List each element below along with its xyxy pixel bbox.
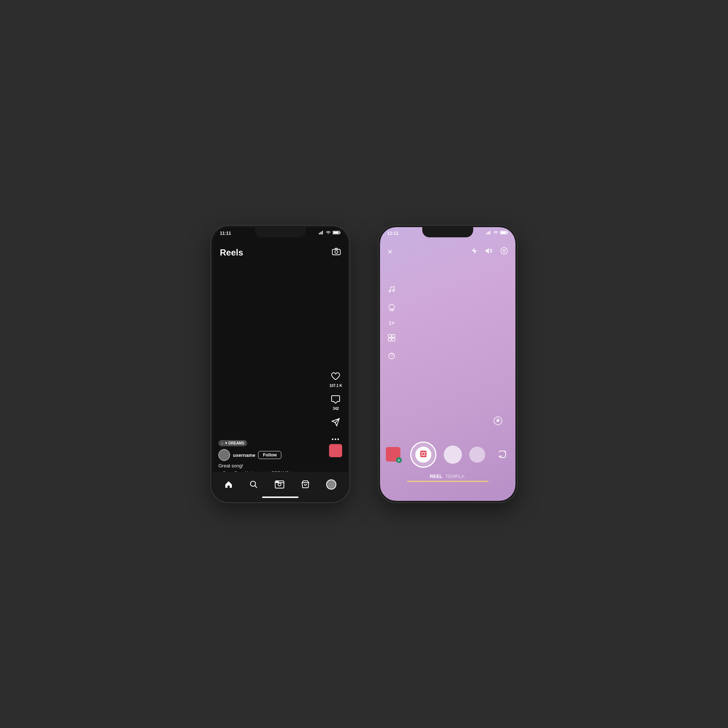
capture-circle-1[interactable]: [444, 445, 462, 464]
follow-button[interactable]: Follow: [258, 451, 281, 459]
share-action[interactable]: [331, 418, 340, 429]
svg-point-11: [278, 483, 281, 486]
status-icons-2: [486, 231, 508, 234]
notch-2: [422, 227, 473, 237]
speed-label: 1×: [389, 320, 395, 326]
music-tag: ♪ ✦ DREAMS: [219, 440, 247, 446]
countdown-tool[interactable]: [387, 352, 396, 361]
svg-rect-17: [488, 231, 489, 234]
share-icon: [331, 418, 340, 429]
nav-profile[interactable]: [326, 479, 336, 489]
battery-icon-2: [500, 231, 508, 234]
caption: Great song!: [219, 463, 342, 468]
comment-action[interactable]: 342: [331, 395, 340, 411]
svg-point-24: [503, 250, 505, 252]
flash-icon[interactable]: [471, 247, 477, 257]
svg-rect-2: [321, 231, 322, 234]
record-button[interactable]: [410, 442, 436, 468]
wifi-icon: [326, 231, 331, 234]
svg-rect-16: [487, 232, 488, 234]
signal-icon: [319, 231, 324, 234]
flip-camera-button[interactable]: [495, 447, 509, 462]
svg-rect-0: [319, 233, 320, 234]
reels-screen: 11:11: [213, 227, 348, 501]
phone-1: 11:11: [211, 226, 349, 502]
bottom-nav: [213, 472, 348, 501]
home-indicator: [262, 497, 298, 498]
mode-template[interactable]: TEMPLA·: [445, 474, 466, 479]
like-count: 107.1 K: [329, 384, 342, 388]
reel-actions: 107.1 K 342: [329, 372, 342, 443]
svg-rect-37: [420, 451, 427, 457]
wifi-icon-2: [493, 231, 498, 234]
svg-rect-29: [388, 335, 391, 337]
close-icon[interactable]: ✕: [387, 248, 393, 256]
layout-tool[interactable]: [387, 334, 396, 344]
svg-rect-3: [322, 231, 323, 234]
comment-count: 342: [333, 407, 339, 411]
nav-search[interactable]: [249, 480, 258, 489]
svg-point-7: [335, 251, 338, 253]
svg-rect-32: [392, 338, 395, 341]
like-action[interactable]: 107.1 K: [329, 372, 342, 388]
battery-icon: [333, 231, 341, 234]
mode-row: REEL TEMPLA·: [430, 474, 466, 479]
username-label: username: [233, 453, 255, 458]
record-inner: [415, 447, 431, 463]
nav-shop[interactable]: [301, 480, 310, 489]
mute-icon[interactable]: [485, 248, 493, 256]
camera-tools: 30 1×: [387, 285, 396, 361]
svg-rect-18: [489, 231, 490, 234]
svg-point-13: [276, 481, 277, 482]
user-row: username Follow: [219, 449, 342, 461]
reel-bottom: ♪ ✦ DREAMS username Follow Great song! ↗…: [213, 439, 348, 476]
nav-home[interactable]: [224, 480, 233, 489]
svg-point-25: [389, 291, 391, 292]
capture-circle-2[interactable]: [469, 447, 485, 463]
camera-screen: 11:11: [380, 227, 515, 501]
notch: [255, 227, 306, 237]
effects-button[interactable]: [491, 413, 505, 428]
comment-icon: [331, 395, 340, 406]
record-row: [410, 442, 485, 468]
camera-icon[interactable]: [332, 248, 341, 257]
profile-avatar: [326, 479, 336, 489]
svg-point-23: [501, 248, 508, 254]
svg-rect-31: [388, 338, 391, 341]
countdown-icon: [388, 352, 396, 361]
layout-icon: [388, 334, 396, 344]
svg-point-8: [251, 481, 255, 486]
timer-label: 30: [390, 308, 393, 312]
mode-reel[interactable]: REEL: [430, 474, 443, 479]
svg-line-35: [392, 355, 393, 356]
music-note-icon: ♪: [221, 441, 223, 445]
music-tool-icon: [388, 285, 395, 294]
heart-icon: [331, 372, 340, 383]
nav-reels[interactable]: [274, 480, 284, 489]
avatar: [219, 449, 230, 461]
speed-tool[interactable]: 1×: [387, 320, 396, 326]
timer-tool[interactable]: 30: [387, 303, 396, 312]
svg-point-14: [278, 481, 278, 482]
signal-icon-2: [486, 231, 491, 234]
svg-rect-30: [392, 335, 395, 337]
svg-rect-15: [486, 233, 487, 234]
camera-header: ✕: [380, 243, 515, 260]
svg-line-9: [255, 486, 257, 488]
music-tool[interactable]: [387, 285, 396, 294]
settings-icon[interactable]: [500, 247, 508, 257]
svg-rect-1: [320, 232, 321, 234]
svg-rect-20: [501, 231, 506, 234]
reels-header: Reels: [213, 243, 348, 262]
phone-2: 11:11: [379, 226, 517, 502]
svg-rect-5: [333, 231, 339, 234]
status-icons: [319, 231, 341, 234]
record-progress: [407, 481, 488, 482]
reels-title: Reels: [220, 248, 243, 258]
svg-point-26: [393, 290, 395, 292]
reel-icon: [419, 450, 427, 460]
